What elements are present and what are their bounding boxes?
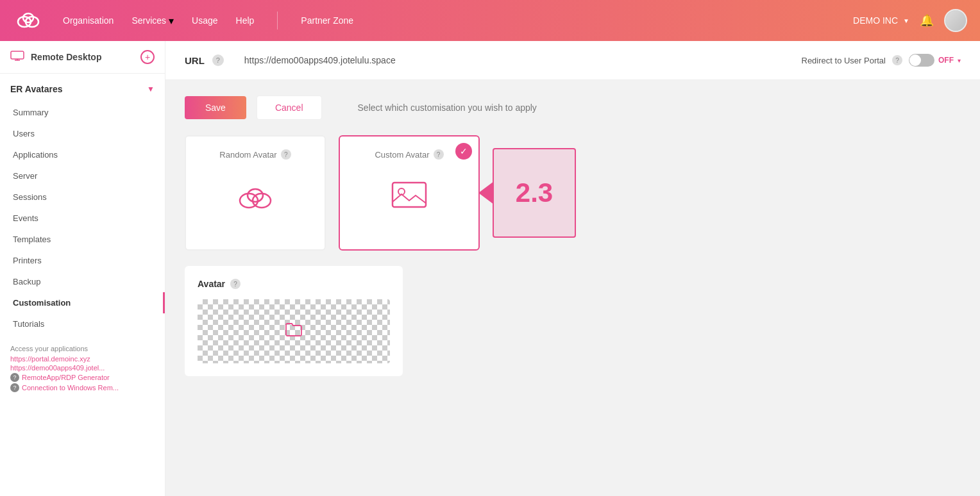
svg-point-7 [253,194,271,208]
add-remote-desktop-button[interactable]: + [140,50,155,64]
action-bar: Save Cancel Select which customisation y… [185,95,961,120]
sidebar-footer-link-1[interactable]: https://demo00apps409.jotel... [10,364,155,372]
custom-avatar-help-button[interactable]: ? [434,149,444,160]
sidebar-item-tutorials[interactable]: Tutorials [0,313,165,335]
main-nav: Organisation Services ▾ Usage Help Partn… [63,12,853,29]
annotation-badge: 2.3 [493,148,576,238]
random-avatar-help-button[interactable]: ? [281,149,291,160]
remote-desktop-section: Remote Desktop + [0,41,165,74]
avatar-section: Avatar ? [185,266,403,376]
cancel-button[interactable]: Cancel [257,95,322,120]
toggle-arrow-icon[interactable]: ▾ [958,57,961,64]
company-caret-icon: ▼ [903,17,909,24]
sidebar-footer-title: Access your applications [10,345,155,352]
remote-desktop-icon [10,51,24,64]
avatar-section-header: Avatar ? [198,279,390,289]
avatar-cards-row: Random Avatar ? ✓ Custo [185,135,961,251]
toggle-state-label: OFF [938,56,954,65]
nav-services-item[interactable]: Services ▾ [131,15,174,27]
url-help-button[interactable]: ? [212,54,224,66]
sidebar-section-caret-icon: ▼ [147,85,155,94]
sidebar-menu: Summary Users Applications Server Sessio… [0,99,165,337]
sidebar-footer-link-2[interactable]: RemoteApp/RDP Generator [22,374,110,381]
nav-services[interactable]: Services [131,15,166,26]
random-avatar-label: Random Avatar [219,150,276,160]
header: Organisation Services ▾ Usage Help Partn… [0,0,980,41]
header-right: DEMO INC ▼ 🔔 [853,9,967,32]
sidebar-item-templates[interactable]: Templates [0,229,165,250]
custom-avatar-label: Custom Avatar [375,150,429,160]
nav-help[interactable]: Help [236,15,255,26]
selected-checkmark-icon: ✓ [455,143,472,160]
sidebar-footer-link-0[interactable]: https://portal.demoinc.xyz [10,355,155,363]
company-selector[interactable]: DEMO INC ▼ [853,15,909,26]
custom-avatar-header: Custom Avatar ? [375,149,443,160]
avatar-section-help-button[interactable]: ? [230,279,241,289]
sidebar-footer-link-3[interactable]: Connection to Windows Rem... [22,384,119,392]
save-button[interactable]: Save [185,96,246,119]
nav-usage[interactable]: Usage [192,15,217,26]
image-placeholder-icon [390,179,428,213]
company-name: DEMO INC [853,15,898,26]
layout: Remote Desktop + ER Avatares ▼ Summary U… [0,41,980,496]
random-avatar-card[interactable]: Random Avatar ? [185,135,326,251]
nav-divider [277,12,278,29]
nav-partner-zone[interactable]: Partner Zone [301,15,353,26]
avatar-section-title: Avatar [198,279,225,289]
services-caret-icon: ▾ [169,15,174,27]
custom-avatar-card[interactable]: ✓ Custom Avatar ? [339,135,480,251]
remote-desktop-left: Remote Desktop [10,51,101,64]
avatar[interactable] [944,9,967,32]
url-value: https://demo00apps409.jotelulu.space [232,55,396,65]
sidebar-item-customisation[interactable]: Customisation [0,292,165,313]
sidebar-footer-help2-icon: ? [10,383,19,392]
logo [13,9,44,32]
sidebar-footer-item-2[interactable]: ? RemoteApp/RDP Generator [10,373,155,382]
sidebar-item-applications[interactable]: Applications [0,144,165,165]
sidebar-item-printers[interactable]: Printers [0,250,165,271]
folder-icon [285,322,303,340]
sidebar-item-summary[interactable]: Summary [0,102,165,123]
redirect-help-button[interactable]: ? [892,55,902,65]
url-right: Redirect to User Portal ? OFF ▾ [802,54,961,67]
sidebar-item-events[interactable]: Events [0,208,165,229]
toggle-thumb [909,54,921,66]
url-label: URL [185,55,205,66]
redirect-label: Redirect to User Portal [802,56,886,65]
cloud-icon [233,179,278,213]
sidebar-footer-help-icon: ? [10,373,19,382]
random-avatar-header: Random Avatar ? [219,149,291,160]
sidebar-footer: Access your applications https://portal.… [0,337,165,401]
redirect-toggle[interactable]: OFF ▾ [909,54,961,67]
main-content: URL ? https://demo00apps409.jotelulu.spa… [165,41,980,496]
remote-desktop-label: Remote Desktop [31,52,101,62]
sidebar-section-title: ER Avatares [10,84,62,94]
content-area: Save Cancel Select which customisation y… [165,80,980,392]
sidebar-section-header[interactable]: ER Avatares ▼ [0,74,165,99]
svg-rect-3 [11,51,24,59]
nav-organisation[interactable]: Organisation [63,15,114,26]
toggle-track[interactable] [909,54,934,67]
sidebar: Remote Desktop + ER Avatares ▼ Summary U… [0,41,165,496]
sidebar-item-backup[interactable]: Backup [0,271,165,292]
annotation-text: 2.3 [516,178,553,208]
avatar-upload-area[interactable] [198,299,390,363]
svg-rect-9 [393,183,426,207]
notification-bell-icon[interactable]: 🔔 [920,13,934,28]
sidebar-footer-item-3[interactable]: ? Connection to Windows Rem... [10,383,155,392]
sidebar-item-users[interactable]: Users [0,123,165,144]
sidebar-item-server[interactable]: Server [0,165,165,186]
sidebar-item-sessions[interactable]: Sessions [0,186,165,208]
customisation-hint: Select which customisation you wish to a… [358,103,537,113]
url-left: URL ? https://demo00apps409.jotelulu.spa… [185,54,396,66]
url-bar: URL ? https://demo00apps409.jotelulu.spa… [165,41,980,80]
